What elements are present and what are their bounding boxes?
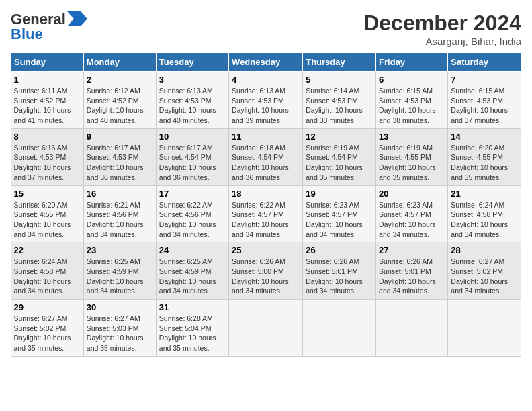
calendar-cell (303, 300, 376, 357)
day-number: 1 (14, 75, 81, 85)
weekday-header-tuesday: Tuesday (156, 53, 228, 72)
day-number: 22 (14, 245, 81, 255)
cell-info: Sunrise: 6:13 AMSunset: 4:53 PMDaylight:… (232, 86, 300, 126)
cell-info: Sunrise: 6:20 AMSunset: 4:55 PMDaylight:… (451, 143, 518, 183)
day-number: 25 (232, 245, 300, 255)
cell-info: Sunrise: 6:27 AMSunset: 5:02 PMDaylight:… (14, 314, 81, 353)
title-block: December 2024 Asarganj, Bihar, India (363, 11, 521, 47)
day-number: 8 (14, 132, 81, 142)
cell-info: Sunrise: 6:18 AMSunset: 4:54 PMDaylight:… (232, 143, 300, 183)
calendar-cell (229, 300, 303, 357)
day-number: 4 (232, 75, 300, 85)
cell-info: Sunrise: 6:12 AMSunset: 4:52 PMDaylight:… (87, 86, 153, 126)
day-number: 28 (451, 245, 518, 255)
logo: General Blue (11, 11, 87, 43)
calendar-cell: 2Sunrise: 6:12 AMSunset: 4:52 PMDaylight… (83, 72, 156, 129)
svg-marker-0 (67, 11, 87, 26)
day-number: 12 (306, 132, 373, 142)
weekday-header-row: SundayMondayTuesdayWednesdayThursdayFrid… (11, 53, 521, 72)
calendar-table: SundayMondayTuesdayWednesdayThursdayFrid… (11, 52, 521, 357)
location-text: Asarganj, Bihar, India (363, 36, 521, 47)
cell-info: Sunrise: 6:25 AMSunset: 4:59 PMDaylight:… (87, 257, 153, 296)
week-row-2: 8Sunrise: 6:16 AMSunset: 4:53 PMDaylight… (11, 128, 521, 185)
calendar-cell: 15Sunrise: 6:20 AMSunset: 4:55 PMDayligh… (11, 185, 84, 242)
cell-info: Sunrise: 6:11 AMSunset: 4:52 PMDaylight:… (14, 86, 81, 126)
week-row-1: 1Sunrise: 6:11 AMSunset: 4:52 PMDaylight… (11, 72, 521, 129)
day-number: 31 (159, 302, 226, 312)
cell-info: Sunrise: 6:26 AMSunset: 5:01 PMDaylight:… (306, 257, 373, 296)
day-number: 30 (87, 302, 153, 312)
cell-info: Sunrise: 6:19 AMSunset: 4:54 PMDaylight:… (306, 143, 373, 183)
cell-info: Sunrise: 6:15 AMSunset: 4:53 PMDaylight:… (379, 86, 445, 126)
day-number: 13 (379, 132, 445, 142)
calendar-cell: 20Sunrise: 6:23 AMSunset: 4:57 PMDayligh… (376, 185, 448, 242)
calendar-cell: 8Sunrise: 6:16 AMSunset: 4:53 PMDaylight… (11, 128, 84, 185)
logo-arrow-icon (67, 11, 87, 26)
cell-info: Sunrise: 6:25 AMSunset: 4:59 PMDaylight:… (159, 257, 226, 296)
calendar-cell: 13Sunrise: 6:19 AMSunset: 4:55 PMDayligh… (376, 128, 448, 185)
day-number: 27 (379, 245, 445, 255)
cell-info: Sunrise: 6:16 AMSunset: 4:53 PMDaylight:… (14, 143, 81, 183)
day-number: 29 (14, 302, 81, 312)
cell-info: Sunrise: 6:17 AMSunset: 4:53 PMDaylight:… (87, 143, 153, 183)
cell-info: Sunrise: 6:19 AMSunset: 4:55 PMDaylight:… (379, 143, 445, 183)
day-number: 20 (379, 189, 445, 199)
calendar-cell: 18Sunrise: 6:22 AMSunset: 4:57 PMDayligh… (229, 185, 303, 242)
calendar-cell: 21Sunrise: 6:24 AMSunset: 4:58 PMDayligh… (448, 185, 521, 242)
calendar-cell: 7Sunrise: 6:15 AMSunset: 4:53 PMDaylight… (448, 72, 521, 129)
calendar-cell: 26Sunrise: 6:26 AMSunset: 5:01 PMDayligh… (303, 242, 376, 300)
weekday-header-sunday: Sunday (11, 53, 84, 72)
cell-info: Sunrise: 6:27 AMSunset: 5:02 PMDaylight:… (451, 257, 518, 296)
day-number: 9 (87, 132, 153, 142)
calendar-cell: 17Sunrise: 6:22 AMSunset: 4:56 PMDayligh… (156, 185, 228, 242)
cell-info: Sunrise: 6:23 AMSunset: 4:57 PMDaylight:… (306, 200, 373, 240)
calendar-cell: 9Sunrise: 6:17 AMSunset: 4:53 PMDaylight… (83, 128, 156, 185)
calendar-cell: 25Sunrise: 6:26 AMSunset: 5:00 PMDayligh… (229, 242, 303, 300)
day-number: 7 (451, 75, 518, 85)
calendar-cell: 28Sunrise: 6:27 AMSunset: 5:02 PMDayligh… (448, 242, 521, 300)
day-number: 19 (306, 189, 373, 199)
day-number: 11 (232, 132, 300, 142)
calendar-cell: 5Sunrise: 6:14 AMSunset: 4:53 PMDaylight… (303, 72, 376, 129)
cell-info: Sunrise: 6:26 AMSunset: 5:01 PMDaylight:… (379, 257, 445, 296)
day-number: 3 (159, 75, 226, 85)
cell-info: Sunrise: 6:26 AMSunset: 5:00 PMDaylight:… (232, 257, 300, 296)
weekday-header-thursday: Thursday (303, 53, 376, 72)
calendar-cell: 14Sunrise: 6:20 AMSunset: 4:55 PMDayligh… (448, 128, 521, 185)
calendar-cell (448, 300, 521, 357)
day-number: 26 (306, 245, 373, 255)
calendar-cell: 22Sunrise: 6:24 AMSunset: 4:58 PMDayligh… (11, 242, 84, 300)
cell-info: Sunrise: 6:14 AMSunset: 4:53 PMDaylight:… (306, 86, 373, 126)
calendar-cell: 27Sunrise: 6:26 AMSunset: 5:01 PMDayligh… (376, 242, 448, 300)
calendar-cell: 4Sunrise: 6:13 AMSunset: 4:53 PMDaylight… (229, 72, 303, 129)
cell-info: Sunrise: 6:17 AMSunset: 4:54 PMDaylight:… (159, 143, 226, 183)
day-number: 24 (159, 245, 226, 255)
day-number: 10 (159, 132, 226, 142)
day-number: 18 (232, 189, 300, 199)
weekday-header-monday: Monday (83, 53, 156, 72)
calendar-cell: 30Sunrise: 6:27 AMSunset: 5:03 PMDayligh… (83, 300, 156, 357)
calendar-cell: 24Sunrise: 6:25 AMSunset: 4:59 PMDayligh… (156, 242, 228, 300)
cell-info: Sunrise: 6:22 AMSunset: 4:57 PMDaylight:… (232, 200, 300, 240)
calendar-cell: 3Sunrise: 6:13 AMSunset: 4:53 PMDaylight… (156, 72, 228, 129)
day-number: 15 (14, 189, 81, 199)
calendar-cell: 10Sunrise: 6:17 AMSunset: 4:54 PMDayligh… (156, 128, 228, 185)
week-row-3: 15Sunrise: 6:20 AMSunset: 4:55 PMDayligh… (11, 185, 521, 242)
weekday-header-saturday: Saturday (448, 53, 521, 72)
cell-info: Sunrise: 6:27 AMSunset: 5:03 PMDaylight:… (87, 314, 153, 353)
calendar-cell: 12Sunrise: 6:19 AMSunset: 4:54 PMDayligh… (303, 128, 376, 185)
day-number: 21 (451, 189, 518, 199)
day-number: 6 (379, 75, 445, 85)
day-number: 2 (87, 75, 153, 85)
day-number: 5 (306, 75, 373, 85)
cell-info: Sunrise: 6:23 AMSunset: 4:57 PMDaylight:… (379, 200, 445, 240)
cell-info: Sunrise: 6:13 AMSunset: 4:53 PMDaylight:… (159, 86, 226, 126)
month-title: December 2024 (363, 11, 521, 36)
calendar-cell: 29Sunrise: 6:27 AMSunset: 5:02 PMDayligh… (11, 300, 84, 357)
cell-info: Sunrise: 6:21 AMSunset: 4:56 PMDaylight:… (87, 200, 153, 240)
calendar-cell: 19Sunrise: 6:23 AMSunset: 4:57 PMDayligh… (303, 185, 376, 242)
calendar-cell: 23Sunrise: 6:25 AMSunset: 4:59 PMDayligh… (83, 242, 156, 300)
calendar-cell: 1Sunrise: 6:11 AMSunset: 4:52 PMDaylight… (11, 72, 84, 129)
calendar-cell: 31Sunrise: 6:28 AMSunset: 5:04 PMDayligh… (156, 300, 228, 357)
weekday-header-wednesday: Wednesday (229, 53, 303, 72)
